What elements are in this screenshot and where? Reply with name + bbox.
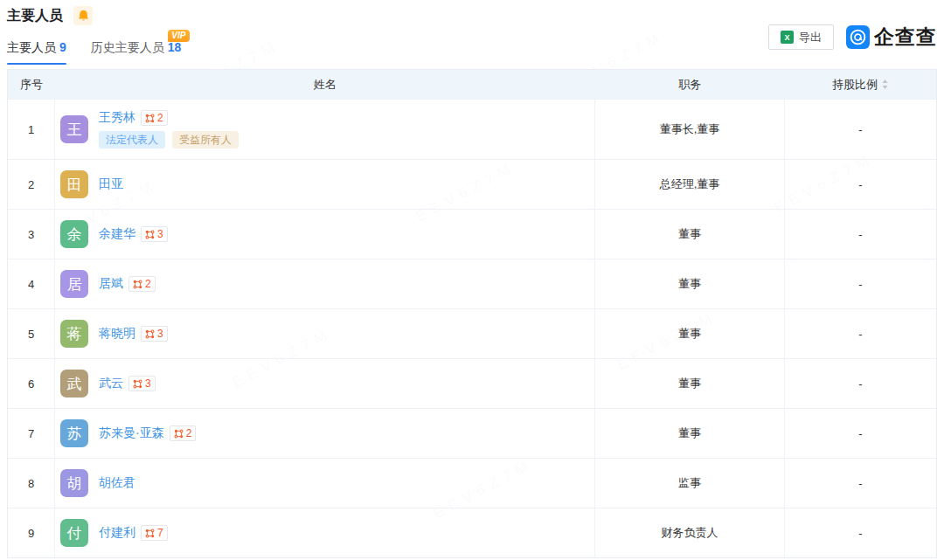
person-tag: 受益所有人 <box>172 131 239 149</box>
name-line: 武云 3 <box>99 376 156 391</box>
name-line: 蒋晓明 3 <box>99 326 168 342</box>
name-cell: 余 余建华 <box>55 210 595 259</box>
relation-count: 3 <box>145 377 151 390</box>
export-button[interactable]: X 导出 <box>768 24 834 50</box>
avatar: 胡 <box>60 469 88 497</box>
position-cell: 总经理,董事 <box>595 160 785 209</box>
tab-key-personnel[interactable]: 主要人员9 <box>7 40 66 65</box>
name-block: 余建华 3 <box>99 226 168 242</box>
person-name-link[interactable]: 蒋晓明 <box>99 326 135 342</box>
position-cell: 监事 <box>595 459 785 508</box>
name-block: 蒋晓明 3 <box>99 326 168 342</box>
sort-arrows-icon <box>881 79 889 90</box>
position-cell: 董事 <box>595 359 785 408</box>
table-row: 4 居 居斌 <box>8 259 936 308</box>
person-name-link[interactable]: 武云 <box>99 376 123 391</box>
name-cell: 苏 苏来曼·亚森 <box>55 409 595 458</box>
row-index: 5 <box>8 309 55 358</box>
person-name-link[interactable]: 居斌 <box>99 276 123 292</box>
relation-graph-badge[interactable]: 3 <box>128 376 156 391</box>
share-cell: - <box>785 459 936 508</box>
person-name-link[interactable]: 付建利 <box>99 525 135 541</box>
avatar: 王 <box>60 115 88 143</box>
person-name-link[interactable]: 王秀林 <box>99 110 135 126</box>
row-index: 7 <box>8 409 55 458</box>
relation-graph-badge[interactable]: 3 <box>141 226 168 242</box>
avatar: 武 <box>60 370 88 398</box>
table-row: 6 武 武云 <box>8 358 936 408</box>
relation-count: 2 <box>145 278 151 290</box>
name-cell: 付 付建利 <box>55 508 595 557</box>
name-line: 田亚 <box>99 176 123 192</box>
tab-history-personnel[interactable]: 历史主要人员18 VIP <box>91 40 182 65</box>
name-line: 居斌 2 <box>99 276 156 292</box>
share-cell: - <box>785 160 936 209</box>
vip-badge: VIP <box>168 30 190 42</box>
person-tag: 法定代表人 <box>99 131 165 149</box>
qichacha-logo-icon <box>846 25 870 49</box>
notification-bell-button[interactable] <box>73 6 93 25</box>
name-line: 苏来曼·亚森 2 <box>99 425 196 441</box>
tab-label: 历史主要人员 <box>91 40 164 54</box>
name-cell: 王 王秀林 <box>55 100 595 159</box>
table-row: 1 王 王秀林 <box>8 99 936 159</box>
header-name: 姓名 <box>55 70 595 99</box>
page-title: 主要人员 <box>7 7 63 25</box>
person-name-link[interactable]: 苏来曼·亚森 <box>99 425 164 441</box>
name-line: 王秀林 2 <box>99 110 239 126</box>
graph-icon <box>145 529 155 538</box>
name-block: 苏来曼·亚森 2 <box>99 425 196 441</box>
avatar: 田 <box>60 170 88 198</box>
name-line: 付建利 7 <box>99 525 168 541</box>
position-cell: 董事 <box>595 409 785 458</box>
relation-count: 3 <box>157 328 163 340</box>
relation-graph-badge[interactable]: 2 <box>141 110 168 126</box>
name-block: 付建利 7 <box>99 525 168 541</box>
avatar: 付 <box>60 519 88 547</box>
graph-icon <box>133 280 142 289</box>
relation-graph-badge[interactable]: 7 <box>141 525 168 541</box>
name-block: 胡佐君 <box>99 475 135 491</box>
avatar: 苏 <box>60 419 88 447</box>
name-cell: 蒋 蒋晓明 <box>55 309 595 358</box>
table-header-row: 序号 姓名 职务 持股比例 <box>8 70 936 99</box>
share-cell: - <box>785 359 936 408</box>
relation-graph-badge[interactable]: 2 <box>170 425 197 441</box>
table-row: 9 付 付建利 <box>8 508 936 557</box>
graph-icon <box>133 379 142 389</box>
export-label: 导出 <box>799 30 822 45</box>
excel-icon: X <box>781 31 794 44</box>
name-cell: 田 田亚 <box>55 160 595 209</box>
topbar: 主要人员 主要人员9 历史主要人员18 VIP X 导出 <box>0 0 944 65</box>
person-name-link[interactable]: 胡佐君 <box>99 475 135 491</box>
row-index: 8 <box>8 459 55 508</box>
person-name-link[interactable]: 余建华 <box>99 226 135 242</box>
tab-count: 9 <box>59 40 66 54</box>
person-name-link[interactable]: 田亚 <box>99 176 123 192</box>
bell-icon <box>78 10 89 22</box>
brand-logo[interactable]: 企查查 <box>846 24 937 51</box>
tab-count: 18 <box>168 40 182 54</box>
header-share-label: 持股比例 <box>832 77 878 93</box>
relation-graph-badge[interactable]: 2 <box>128 276 156 292</box>
graph-icon <box>145 230 155 239</box>
share-cell: - <box>785 409 936 458</box>
name-cell: 居 居斌 <box>55 259 595 308</box>
header-share-sortable[interactable]: 持股比例 <box>785 70 936 99</box>
name-block: 武云 3 <box>99 376 156 391</box>
graph-icon <box>145 114 155 123</box>
share-cell: - <box>785 259 936 308</box>
position-cell: 董事长,董事 <box>595 100 785 159</box>
relation-count: 2 <box>157 112 163 124</box>
row-index: 9 <box>8 508 55 557</box>
relation-count: 7 <box>157 527 163 539</box>
share-cell: - <box>785 210 936 259</box>
table-row: 7 苏 苏来曼·亚森 <box>8 408 936 458</box>
name-block: 王秀林 2 <box>99 110 239 149</box>
avatar: 蒋 <box>60 320 88 348</box>
toolbar-right: X 导出 企查查 <box>768 24 937 51</box>
table-row: 2 田 田亚 总经理,董事 - <box>8 159 936 209</box>
header-index: 序号 <box>8 70 55 99</box>
relation-graph-badge[interactable]: 3 <box>141 326 168 342</box>
table-row: 8 胡 胡佐君 监事 - <box>8 458 936 508</box>
